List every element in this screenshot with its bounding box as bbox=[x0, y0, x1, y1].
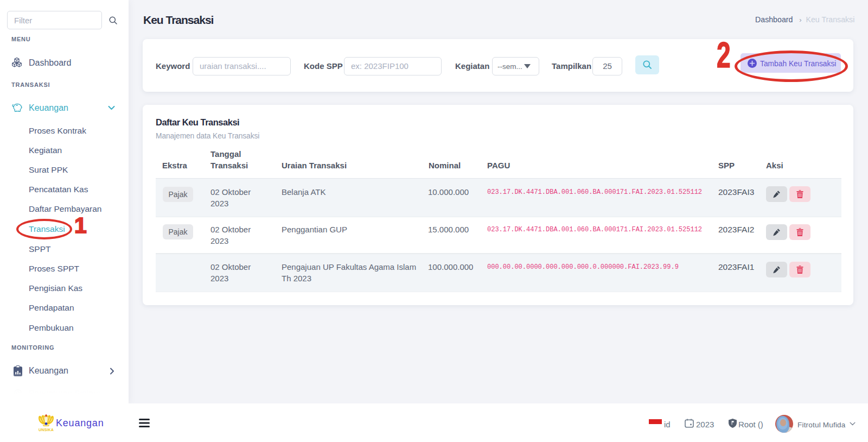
svg-text:UNSIKA: UNSIKA bbox=[39, 428, 54, 432]
